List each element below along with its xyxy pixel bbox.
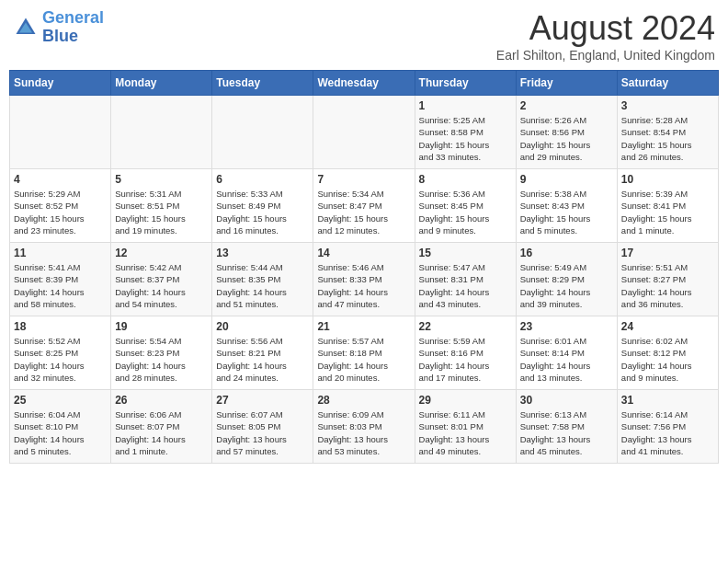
day-number: 28: [317, 394, 410, 407]
day-number: 29: [419, 394, 512, 407]
logo-icon: [13, 15, 39, 40]
day-info: Sunrise: 5:39 AM Sunset: 8:41 PM Dayligh…: [621, 188, 714, 236]
column-header-monday: Monday: [111, 71, 212, 96]
calendar-cell: [212, 96, 313, 169]
day-info: Sunrise: 5:41 AM Sunset: 8:39 PM Dayligh…: [14, 261, 107, 310]
calendar-cell: 30Sunrise: 6:13 AM Sunset: 7:58 PM Dayli…: [516, 390, 617, 464]
calendar-cell: 23Sunrise: 6:01 AM Sunset: 8:14 PM Dayli…: [516, 316, 617, 390]
day-number: 21: [317, 320, 410, 333]
day-info: Sunrise: 5:42 AM Sunset: 8:37 PM Dayligh…: [115, 261, 208, 310]
day-info: Sunrise: 5:49 AM Sunset: 8:29 PM Dayligh…: [520, 261, 613, 310]
calendar-cell: 29Sunrise: 6:11 AM Sunset: 8:01 PM Dayli…: [415, 390, 516, 464]
day-number: 5: [115, 173, 208, 186]
day-info: Sunrise: 5:56 AM Sunset: 8:21 PM Dayligh…: [216, 335, 309, 384]
calendar-cell: 27Sunrise: 6:07 AM Sunset: 8:05 PM Dayli…: [212, 390, 313, 464]
day-info: Sunrise: 5:59 AM Sunset: 8:16 PM Dayligh…: [419, 335, 512, 384]
calendar-cell: 19Sunrise: 5:54 AM Sunset: 8:23 PM Dayli…: [111, 316, 212, 390]
calendar-cell: 15Sunrise: 5:47 AM Sunset: 8:31 PM Dayli…: [415, 243, 516, 316]
day-number: 27: [216, 394, 309, 407]
calendar-cell: 12Sunrise: 5:42 AM Sunset: 8:37 PM Dayli…: [111, 243, 212, 316]
location: Earl Shilton, England, United Kingdom: [496, 48, 715, 63]
logo-text: General Blue: [42, 9, 104, 46]
day-number: 8: [419, 173, 512, 186]
day-info: Sunrise: 6:01 AM Sunset: 8:14 PM Dayligh…: [520, 335, 613, 384]
day-number: 6: [216, 173, 309, 186]
day-number: 20: [216, 320, 309, 333]
calendar-cell: 10Sunrise: 5:39 AM Sunset: 8:41 PM Dayli…: [617, 169, 718, 243]
calendar-cell: 13Sunrise: 5:44 AM Sunset: 8:35 PM Dayli…: [212, 243, 313, 316]
calendar-cell: 17Sunrise: 5:51 AM Sunset: 8:27 PM Dayli…: [617, 243, 718, 316]
calendar-header-row: SundayMondayTuesdayWednesdayThursdayFrid…: [10, 71, 719, 96]
day-number: 17: [621, 247, 714, 259]
day-number: 31: [621, 394, 714, 407]
day-info: Sunrise: 5:46 AM Sunset: 8:33 PM Dayligh…: [317, 261, 410, 310]
day-info: Sunrise: 5:52 AM Sunset: 8:25 PM Dayligh…: [14, 335, 107, 384]
day-info: Sunrise: 6:11 AM Sunset: 8:01 PM Dayligh…: [419, 408, 512, 457]
day-number: 9: [520, 173, 613, 186]
calendar-cell: 24Sunrise: 6:02 AM Sunset: 8:12 PM Dayli…: [617, 316, 718, 390]
column-header-tuesday: Tuesday: [212, 71, 313, 96]
calendar-cell: 21Sunrise: 5:57 AM Sunset: 8:18 PM Dayli…: [313, 316, 415, 390]
title-area: August 2024 Earl Shilton, England, Unite…: [496, 9, 715, 63]
column-header-sunday: Sunday: [10, 71, 111, 96]
day-number: 13: [216, 247, 309, 259]
calendar-cell: 28Sunrise: 6:09 AM Sunset: 8:03 PM Dayli…: [313, 390, 415, 464]
day-number: 16: [520, 247, 613, 259]
day-info: Sunrise: 5:47 AM Sunset: 8:31 PM Dayligh…: [419, 261, 512, 310]
calendar-cell: 26Sunrise: 6:06 AM Sunset: 8:07 PM Dayli…: [111, 390, 212, 464]
calendar-cell: 4Sunrise: 5:29 AM Sunset: 8:52 PM Daylig…: [10, 169, 111, 243]
calendar-cell: 8Sunrise: 5:36 AM Sunset: 8:45 PM Daylig…: [415, 169, 516, 243]
calendar-cell: 31Sunrise: 6:14 AM Sunset: 7:56 PM Dayli…: [617, 390, 718, 464]
calendar-week-row: 1Sunrise: 5:25 AM Sunset: 8:58 PM Daylig…: [10, 96, 719, 169]
calendar-week-row: 25Sunrise: 6:04 AM Sunset: 8:10 PM Dayli…: [10, 390, 719, 464]
day-number: 22: [419, 320, 512, 333]
day-info: Sunrise: 5:34 AM Sunset: 8:47 PM Dayligh…: [317, 188, 410, 236]
day-info: Sunrise: 5:51 AM Sunset: 8:27 PM Dayligh…: [621, 261, 714, 310]
calendar-cell: [313, 96, 415, 169]
calendar-table: SundayMondayTuesdayWednesdayThursdayFrid…: [9, 70, 719, 464]
column-header-friday: Friday: [516, 71, 617, 96]
day-number: 19: [115, 320, 208, 333]
day-info: Sunrise: 5:31 AM Sunset: 8:51 PM Dayligh…: [115, 188, 208, 236]
calendar-week-row: 4Sunrise: 5:29 AM Sunset: 8:52 PM Daylig…: [10, 169, 719, 243]
day-number: 30: [520, 394, 613, 407]
day-number: 3: [621, 99, 714, 112]
day-info: Sunrise: 5:33 AM Sunset: 8:49 PM Dayligh…: [216, 188, 309, 236]
day-info: Sunrise: 5:57 AM Sunset: 8:18 PM Dayligh…: [317, 335, 410, 384]
calendar-week-row: 18Sunrise: 5:52 AM Sunset: 8:25 PM Dayli…: [10, 316, 719, 390]
day-info: Sunrise: 6:02 AM Sunset: 8:12 PM Dayligh…: [621, 335, 714, 384]
day-number: 1: [419, 99, 512, 112]
calendar-cell: 11Sunrise: 5:41 AM Sunset: 8:39 PM Dayli…: [10, 243, 111, 316]
logo: General Blue: [13, 9, 104, 46]
day-info: Sunrise: 5:29 AM Sunset: 8:52 PM Dayligh…: [14, 188, 107, 236]
calendar-cell: 1Sunrise: 5:25 AM Sunset: 8:58 PM Daylig…: [415, 96, 516, 169]
day-info: Sunrise: 6:14 AM Sunset: 7:56 PM Dayligh…: [621, 408, 714, 457]
day-info: Sunrise: 6:13 AM Sunset: 7:58 PM Dayligh…: [520, 408, 613, 457]
day-info: Sunrise: 6:09 AM Sunset: 8:03 PM Dayligh…: [317, 408, 410, 457]
calendar-cell: 9Sunrise: 5:38 AM Sunset: 8:43 PM Daylig…: [516, 169, 617, 243]
day-info: Sunrise: 6:07 AM Sunset: 8:05 PM Dayligh…: [216, 408, 309, 457]
calendar-cell: 16Sunrise: 5:49 AM Sunset: 8:29 PM Dayli…: [516, 243, 617, 316]
day-info: Sunrise: 6:06 AM Sunset: 8:07 PM Dayligh…: [115, 408, 208, 457]
calendar-cell: 6Sunrise: 5:33 AM Sunset: 8:49 PM Daylig…: [212, 169, 313, 243]
day-number: 26: [115, 394, 208, 407]
day-info: Sunrise: 5:44 AM Sunset: 8:35 PM Dayligh…: [216, 261, 309, 310]
day-info: Sunrise: 5:54 AM Sunset: 8:23 PM Dayligh…: [115, 335, 208, 384]
day-info: Sunrise: 5:38 AM Sunset: 8:43 PM Dayligh…: [520, 188, 613, 236]
page-header: General Blue August 2024 Earl Shilton, E…: [9, 9, 719, 63]
day-number: 18: [14, 320, 107, 333]
column-header-saturday: Saturday: [617, 71, 718, 96]
day-info: Sunrise: 5:28 AM Sunset: 8:54 PM Dayligh…: [621, 114, 714, 163]
column-header-wednesday: Wednesday: [313, 71, 415, 96]
calendar-week-row: 11Sunrise: 5:41 AM Sunset: 8:39 PM Dayli…: [10, 243, 719, 316]
calendar-cell: 3Sunrise: 5:28 AM Sunset: 8:54 PM Daylig…: [617, 96, 718, 169]
day-number: 15: [419, 247, 512, 259]
day-number: 2: [520, 99, 613, 112]
calendar-cell: 14Sunrise: 5:46 AM Sunset: 8:33 PM Dayli…: [313, 243, 415, 316]
calendar-cell: 5Sunrise: 5:31 AM Sunset: 8:51 PM Daylig…: [111, 169, 212, 243]
day-number: 11: [14, 247, 107, 259]
day-info: Sunrise: 5:26 AM Sunset: 8:56 PM Dayligh…: [520, 114, 613, 163]
day-number: 23: [520, 320, 613, 333]
calendar-cell: [111, 96, 212, 169]
day-info: Sunrise: 6:04 AM Sunset: 8:10 PM Dayligh…: [14, 408, 107, 457]
